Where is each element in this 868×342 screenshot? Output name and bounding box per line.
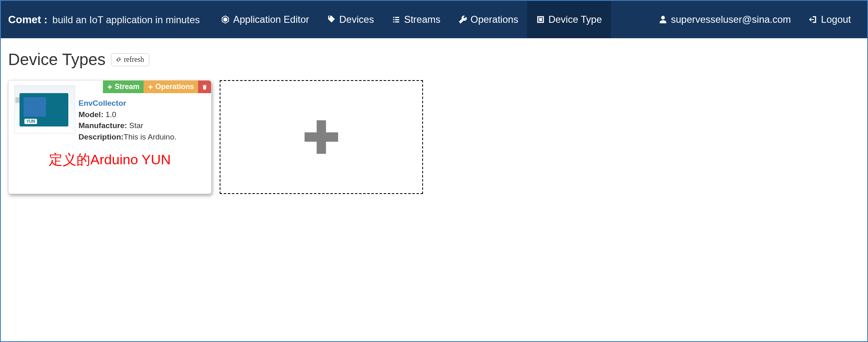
model-label: Model: bbox=[79, 110, 103, 119]
device-thumbnail bbox=[14, 85, 75, 133]
manufacture-label: Manufacture: bbox=[79, 121, 127, 130]
refresh-icon bbox=[116, 57, 122, 63]
nav-user[interactable]: supervesseluser@sina.com bbox=[650, 14, 800, 25]
device-card[interactable]: Stream Operations EnvCollector bbox=[8, 80, 212, 194]
logout-label: Logout bbox=[821, 14, 851, 25]
page-title: Device Types bbox=[8, 50, 105, 69]
nav-label: Device Type bbox=[548, 14, 602, 25]
card-info: EnvCollector Model: 1.0 Manufacture: Sta… bbox=[79, 85, 177, 142]
add-stream-button[interactable]: Stream bbox=[103, 81, 144, 93]
device-name: EnvCollector bbox=[79, 98, 177, 109]
hexagon-icon bbox=[221, 15, 230, 24]
nav-label: Devices bbox=[339, 14, 374, 25]
add-operations-button[interactable]: Operations bbox=[144, 81, 198, 93]
description-value: This is Arduino. bbox=[124, 133, 177, 141]
device-manufacture: Manufacture: Star bbox=[79, 120, 177, 131]
cards-row: Stream Operations EnvCollector bbox=[8, 80, 860, 194]
trash-icon bbox=[202, 84, 207, 90]
add-device-type-card[interactable] bbox=[220, 80, 423, 194]
nav-label: Streams bbox=[404, 14, 440, 25]
manufacture-value: Star bbox=[129, 121, 144, 130]
card-caption: 定义的Arduino YUN bbox=[9, 150, 211, 169]
refresh-button[interactable]: refresh bbox=[111, 53, 149, 66]
plus-icon bbox=[107, 84, 113, 90]
wrench-icon bbox=[458, 15, 467, 24]
page-title-row: Device Types refresh bbox=[8, 50, 860, 69]
tag-icon bbox=[327, 15, 336, 24]
stream-label: Stream bbox=[115, 83, 140, 91]
user-email: supervesseluser@sina.com bbox=[671, 14, 791, 25]
refresh-label: refresh bbox=[124, 55, 144, 64]
brand-name: Comet : bbox=[8, 13, 48, 26]
page-body: Device Types refresh Stream Operations bbox=[1, 38, 867, 206]
nav-devices[interactable]: Devices bbox=[318, 1, 383, 38]
brand: Comet : build an IoT application in minu… bbox=[8, 13, 200, 26]
operations-label: Operations bbox=[155, 83, 194, 91]
nav-device-type[interactable]: Device Type bbox=[527, 1, 611, 38]
plus-icon bbox=[299, 115, 344, 159]
logout-icon bbox=[809, 15, 818, 24]
list-icon bbox=[392, 15, 401, 24]
card-actions: Stream Operations bbox=[103, 81, 211, 93]
user-icon bbox=[659, 15, 667, 24]
nav-application-editor[interactable]: Application Editor bbox=[212, 1, 318, 38]
nav-operations[interactable]: Operations bbox=[449, 1, 527, 38]
nav-label: Application Editor bbox=[233, 14, 309, 25]
nav-label: Operations bbox=[471, 14, 518, 25]
nav-streams[interactable]: Streams bbox=[383, 1, 449, 38]
description-label: Description: bbox=[79, 133, 124, 141]
model-value: 1.0 bbox=[106, 110, 116, 119]
nav-logout[interactable]: Logout bbox=[800, 14, 860, 25]
navbar: Comet : build an IoT application in minu… bbox=[1, 1, 867, 38]
brand-tagline: build an IoT application in minutes bbox=[52, 14, 200, 26]
nav-items: Application Editor Devices Streams Opera… bbox=[212, 1, 611, 38]
device-type-icon bbox=[536, 15, 545, 24]
plus-icon bbox=[148, 84, 153, 90]
device-model: Model: 1.0 bbox=[79, 109, 177, 120]
device-description: Description:This is Arduino. bbox=[79, 131, 177, 143]
delete-button[interactable] bbox=[198, 81, 211, 93]
